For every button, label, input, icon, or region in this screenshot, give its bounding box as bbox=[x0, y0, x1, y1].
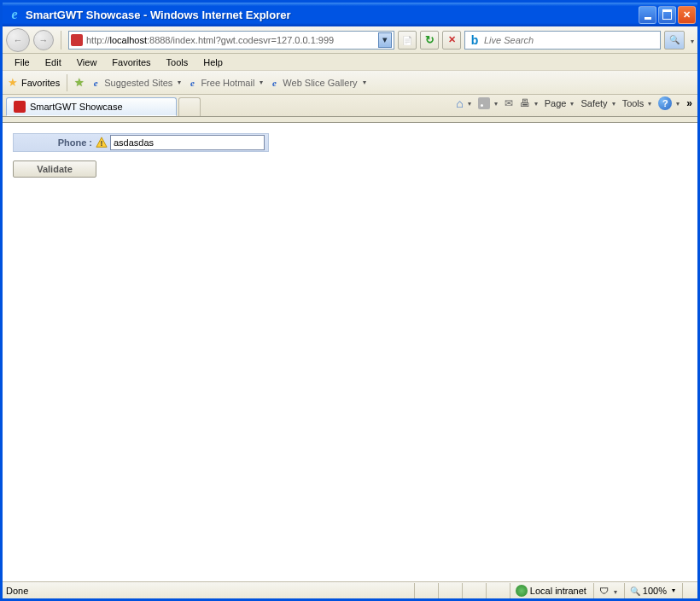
page-content: Phone : ! Validate bbox=[3, 122, 697, 581]
menu-view[interactable]: View bbox=[70, 55, 104, 69]
nav-toolbar: ← → http://localhost:8888/index.html?gwt… bbox=[3, 26, 697, 54]
compat-icon bbox=[402, 35, 412, 45]
resize-grip[interactable] bbox=[682, 583, 694, 598]
link-label: Suggested Sites bbox=[104, 78, 172, 88]
favorites-button[interactable]: Favorites bbox=[8, 76, 60, 89]
home-icon bbox=[456, 96, 463, 110]
menu-label: Page bbox=[545, 98, 567, 108]
status-pane bbox=[462, 583, 484, 598]
warning-icon: ! bbox=[96, 137, 108, 149]
close-button[interactable] bbox=[678, 6, 696, 24]
search-input[interactable] bbox=[484, 35, 656, 45]
overflow-button[interactable]: » bbox=[686, 97, 692, 109]
refresh-button[interactable] bbox=[420, 31, 439, 50]
form-row-phone: Phone : ! bbox=[13, 133, 269, 152]
search-go-button[interactable] bbox=[664, 31, 685, 50]
menu-help[interactable]: Help bbox=[196, 55, 230, 69]
link-label: Web Slice Gallery bbox=[283, 78, 357, 88]
tab-active[interactable]: SmartGWT Showcase bbox=[6, 97, 177, 116]
star-icon bbox=[8, 76, 18, 89]
zone-icon bbox=[516, 585, 528, 597]
validate-button[interactable]: Validate bbox=[13, 160, 96, 178]
window-title: SmartGWT Showcase - Windows Internet Exp… bbox=[26, 9, 639, 21]
menu-edit[interactable]: Edit bbox=[38, 55, 68, 69]
menu-label: Safety bbox=[580, 98, 607, 108]
status-pane bbox=[414, 583, 436, 598]
suggested-sites-link[interactable]: eSuggested Sites bbox=[90, 77, 181, 89]
menu-label: Tools bbox=[622, 98, 645, 108]
compat-view-button[interactable] bbox=[398, 31, 417, 50]
add-favorite-button[interactable] bbox=[74, 76, 85, 89]
mail-icon bbox=[505, 97, 513, 109]
url-text[interactable]: http://localhost:8888/index.html?gwt.cod… bbox=[86, 35, 378, 45]
magnify-icon bbox=[630, 586, 640, 596]
status-pane bbox=[486, 583, 508, 598]
new-tab-button[interactable] bbox=[178, 97, 201, 116]
menu-tools[interactable]: Tools bbox=[160, 55, 195, 69]
free-hotmail-link[interactable]: eFree Hotmail bbox=[186, 77, 263, 89]
search-dropdown[interactable] bbox=[688, 35, 694, 45]
svg-text:!: ! bbox=[101, 139, 103, 148]
feeds-button[interactable] bbox=[478, 97, 498, 109]
rss-icon bbox=[478, 97, 490, 109]
web-slice-link[interactable]: eWeb Slice Gallery bbox=[268, 77, 365, 89]
address-dropdown[interactable]: ▾ bbox=[378, 32, 392, 48]
site-icon bbox=[71, 34, 83, 46]
search-bar[interactable] bbox=[464, 31, 661, 50]
menu-favorites[interactable]: Favorites bbox=[105, 55, 157, 69]
ie-icon: e bbox=[268, 77, 280, 89]
status-bar: Done Local intranet 100% bbox=[3, 581, 697, 598]
safety-menu[interactable]: Safety bbox=[580, 98, 615, 108]
home-button[interactable] bbox=[456, 96, 470, 110]
shield-icon bbox=[599, 586, 609, 596]
read-mail-button[interactable] bbox=[505, 97, 513, 109]
tab-bar: SmartGWT Showcase Page Safety Tools ? » bbox=[3, 95, 697, 117]
minimize-button[interactable] bbox=[639, 6, 656, 24]
favorites-bar: Favorites eSuggested Sites eFree Hotmail… bbox=[3, 71, 697, 95]
separator bbox=[67, 74, 67, 91]
ie-icon: e bbox=[90, 77, 102, 89]
help-button[interactable]: ? bbox=[658, 96, 680, 110]
protected-mode-pane[interactable] bbox=[593, 583, 622, 598]
ie-icon: e bbox=[186, 77, 198, 89]
link-label: Free Hotmail bbox=[201, 78, 254, 88]
phone-input[interactable] bbox=[110, 135, 265, 150]
back-button[interactable]: ← bbox=[6, 28, 30, 52]
zoom-pane[interactable]: 100% bbox=[624, 583, 680, 598]
stop-icon bbox=[448, 34, 456, 45]
tab-title: SmartGWT Showcase bbox=[30, 102, 123, 112]
forward-button[interactable]: → bbox=[33, 30, 54, 50]
address-bar[interactable]: http://localhost:8888/index.html?gwt.cod… bbox=[68, 31, 394, 50]
zone-pane[interactable]: Local intranet bbox=[510, 583, 592, 598]
stop-button[interactable] bbox=[442, 31, 461, 50]
zoom-label: 100% bbox=[643, 586, 667, 596]
maximize-button[interactable] bbox=[658, 6, 676, 24]
tools-menu[interactable]: Tools bbox=[622, 98, 652, 108]
add-star-icon bbox=[74, 76, 85, 89]
print-icon bbox=[520, 97, 530, 109]
favorites-label: Favorites bbox=[21, 78, 60, 88]
titlebar[interactable]: e SmartGWT Showcase - Windows Internet E… bbox=[3, 3, 697, 26]
ie-logo-icon: e bbox=[8, 8, 21, 21]
status-pane bbox=[438, 583, 460, 598]
menu-file[interactable]: File bbox=[8, 55, 37, 69]
separator bbox=[61, 31, 61, 50]
tab-favicon bbox=[14, 101, 26, 113]
print-button[interactable] bbox=[520, 97, 538, 109]
phone-label: Phone : bbox=[17, 137, 96, 148]
zone-label: Local intranet bbox=[530, 586, 586, 596]
bing-icon bbox=[469, 34, 481, 46]
refresh-icon bbox=[425, 33, 435, 46]
menu-bar: File Edit View Favorites Tools Help bbox=[3, 54, 697, 71]
help-icon: ? bbox=[658, 96, 672, 110]
page-menu[interactable]: Page bbox=[545, 98, 575, 108]
status-text: Done bbox=[6, 586, 414, 596]
